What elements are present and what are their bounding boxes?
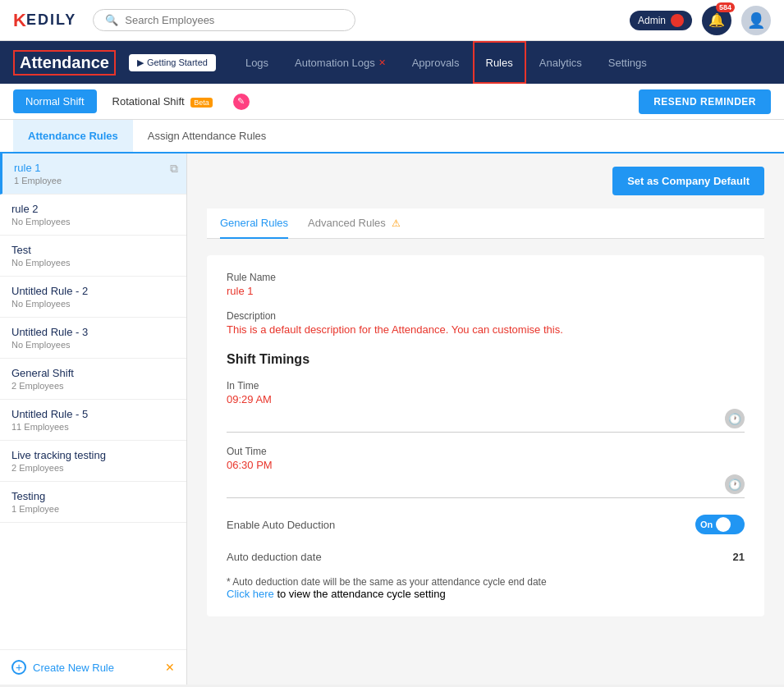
sidebar-item-name: Test bbox=[11, 244, 175, 256]
admin-label: Admin bbox=[638, 15, 666, 26]
tab-general-rules[interactable]: General Rules bbox=[220, 208, 288, 239]
auto-deduction-date-value: 21 bbox=[733, 551, 745, 563]
out-time-value: 06:30 PM bbox=[227, 459, 745, 471]
sidebar-item-name: Live tracking testing bbox=[11, 449, 175, 461]
normal-shift-tab[interactable]: Normal Shift bbox=[13, 89, 97, 113]
sidebar-item-name: Untitled Rule - 2 bbox=[11, 285, 175, 297]
create-new-label: Create New Rule bbox=[33, 662, 114, 674]
cycle-setting-link[interactable]: Click here bbox=[227, 588, 274, 600]
logo-k-icon: K bbox=[13, 10, 26, 31]
in-time-label: In Time bbox=[227, 380, 745, 392]
tab-advanced-rules[interactable]: Advanced Rules ⚠ bbox=[308, 208, 401, 239]
sidebar-item-count: 1 Employee bbox=[14, 176, 175, 185]
nav-link-analytics[interactable]: Analytics bbox=[526, 41, 595, 84]
rules-tab-bar: Attendance Rules Assign Attendance Rules bbox=[0, 120, 784, 153]
shift-tabs: Normal Shift Rotational Shift Beta ✎ bbox=[13, 89, 250, 113]
sidebar-item-count: No Employees bbox=[11, 258, 175, 268]
edit-icon[interactable]: ✎ bbox=[233, 94, 250, 110]
sidebar-item-rule2[interactable]: rule 2 No Employees bbox=[0, 195, 186, 236]
sidebar-item-untitled2[interactable]: Untitled Rule - 2 No Employees bbox=[0, 277, 186, 318]
search-icon: 🔍 bbox=[105, 14, 118, 26]
nav-link-logs[interactable]: Logs bbox=[232, 41, 282, 84]
sidebar-item-name: Untitled Rule - 5 bbox=[11, 408, 175, 420]
sidebar-item-testing[interactable]: Testing 1 Employee bbox=[0, 482, 186, 523]
out-time-label: Out Time bbox=[227, 446, 745, 457]
description-value: This is a default description for the At… bbox=[227, 323, 745, 336]
notification-button[interactable]: 🔔 584 bbox=[702, 6, 731, 35]
nav-link-rules[interactable]: Rules bbox=[473, 41, 526, 84]
sidebar: rule 1 1 Employee ⧉ rule 2 No Employees … bbox=[0, 153, 187, 685]
tab-assign-attendance-rules[interactable]: Assign Attendance Rules bbox=[133, 120, 282, 153]
toggle-knob bbox=[716, 517, 731, 532]
rotational-shift-tab[interactable]: Rotational Shift Beta bbox=[100, 89, 225, 113]
sidebar-item-name: Testing bbox=[11, 490, 175, 502]
getting-started-button[interactable]: ▶ Getting Started bbox=[129, 54, 216, 71]
nav-bar: Attendance ▶ Getting Started Logs Automa… bbox=[0, 41, 784, 84]
resend-reminder-button[interactable]: RESEND REMINDER bbox=[639, 89, 771, 114]
sub-nav: Normal Shift Rotational Shift Beta ✎ RES… bbox=[0, 84, 784, 120]
in-time-field: In Time 09:29 AM 🕐 bbox=[227, 380, 745, 433]
rule-content: Rule Name rule 1 Description This is a d… bbox=[207, 255, 764, 616]
in-time-input-row[interactable]: 🕐 bbox=[227, 409, 745, 433]
sidebar-item-count: 2 Employees bbox=[11, 463, 175, 473]
warning-icon: ⚠ bbox=[392, 218, 401, 229]
sidebar-item-untitled3[interactable]: Untitled Rule - 3 No Employees bbox=[0, 318, 186, 359]
create-new-rule-footer[interactable]: + Create New Rule ✕ bbox=[0, 649, 186, 685]
main-layout: rule 1 1 Employee ⧉ rule 2 No Employees … bbox=[0, 153, 784, 685]
logo: K EDILY bbox=[13, 10, 76, 31]
note-text: * Auto deduction date will be the same a… bbox=[227, 576, 745, 588]
clock-icon-out[interactable]: 🕐 bbox=[725, 474, 745, 494]
copy-icon[interactable]: ⧉ bbox=[170, 162, 178, 176]
search-bar[interactable]: 🔍 bbox=[93, 9, 355, 31]
sidebar-item-name: Untitled Rule - 3 bbox=[11, 326, 175, 338]
out-time-field: Out Time 06:30 PM 🕐 bbox=[227, 446, 745, 498]
notification-badge: 584 bbox=[716, 2, 735, 12]
sidebar-item-count: No Employees bbox=[11, 217, 175, 227]
out-time-input-row[interactable]: 🕐 bbox=[227, 474, 745, 498]
clock-icon[interactable]: 🕐 bbox=[725, 409, 745, 428]
auto-deduction-toggle-row: Enable Auto Deduction On bbox=[227, 515, 745, 534]
set-default-button[interactable]: Set as Company Default bbox=[612, 167, 764, 195]
shift-timings-title: Shift Timings bbox=[227, 352, 745, 367]
sidebar-item-general-shift[interactable]: General Shift 2 Employees bbox=[0, 359, 186, 400]
sidebar-item-name: rule 2 bbox=[11, 203, 175, 215]
rule-tabs: General Rules Advanced Rules ⚠ bbox=[207, 208, 764, 239]
sidebar-item-untitled5[interactable]: Untitled Rule - 5 11 Employees bbox=[0, 400, 186, 441]
auto-deduction-date-row: Auto deduction date 21 bbox=[227, 551, 745, 563]
sidebar-item-test[interactable]: Test No Employees bbox=[0, 236, 186, 277]
sidebar-item-count: No Employees bbox=[11, 299, 175, 309]
sidebar-item-live-tracking[interactable]: Live tracking testing 2 Employees bbox=[0, 441, 186, 482]
nav-title: Attendance bbox=[13, 50, 116, 76]
cycle-setting-link-row: Click here to view the attendance cycle … bbox=[227, 588, 745, 600]
auto-deduction-date-label: Auto deduction date bbox=[227, 551, 733, 563]
right-panel: Set as Company Default General Rules Adv… bbox=[187, 153, 784, 685]
nav-links: Logs Automation Logs ✕ Approvals Rules A… bbox=[232, 41, 660, 84]
close-icon[interactable]: ✕ bbox=[378, 57, 386, 68]
rule-name-label: Rule Name bbox=[227, 272, 745, 283]
description-label: Description bbox=[227, 310, 745, 322]
auto-deduction-toggle[interactable]: On bbox=[695, 515, 745, 534]
beta-badge: Beta bbox=[190, 98, 213, 108]
nav-link-approvals[interactable]: Approvals bbox=[399, 41, 473, 84]
in-time-value: 09:29 AM bbox=[227, 393, 745, 405]
right-panel-header: Set as Company Default bbox=[207, 167, 764, 195]
toggle-on-label: On bbox=[700, 520, 713, 529]
toggle-dot-icon bbox=[671, 14, 684, 27]
nav-link-automation-logs[interactable]: Automation Logs ✕ bbox=[282, 41, 399, 84]
search-input[interactable] bbox=[125, 14, 343, 26]
sidebar-item-rule1[interactable]: rule 1 1 Employee ⧉ bbox=[0, 153, 186, 195]
avatar-icon: 👤 bbox=[747, 11, 765, 30]
tab-attendance-rules[interactable]: Attendance Rules bbox=[13, 120, 133, 153]
rule-name-value: rule 1 bbox=[227, 285, 745, 297]
header-right: Admin 🔔 584 👤 bbox=[630, 6, 771, 35]
close-orange-icon[interactable]: ✕ bbox=[165, 661, 175, 674]
auto-deduction-label: Enable Auto Deduction bbox=[227, 519, 695, 531]
sidebar-item-count: No Employees bbox=[11, 340, 175, 350]
sidebar-item-count: 1 Employee bbox=[11, 504, 175, 514]
logo-text: EDILY bbox=[26, 11, 76, 29]
nav-link-settings[interactable]: Settings bbox=[595, 41, 660, 84]
plus-circle-icon: + bbox=[11, 660, 26, 675]
admin-toggle[interactable]: Admin bbox=[630, 11, 692, 30]
sidebar-item-name: General Shift bbox=[11, 367, 175, 379]
avatar[interactable]: 👤 bbox=[741, 6, 771, 35]
